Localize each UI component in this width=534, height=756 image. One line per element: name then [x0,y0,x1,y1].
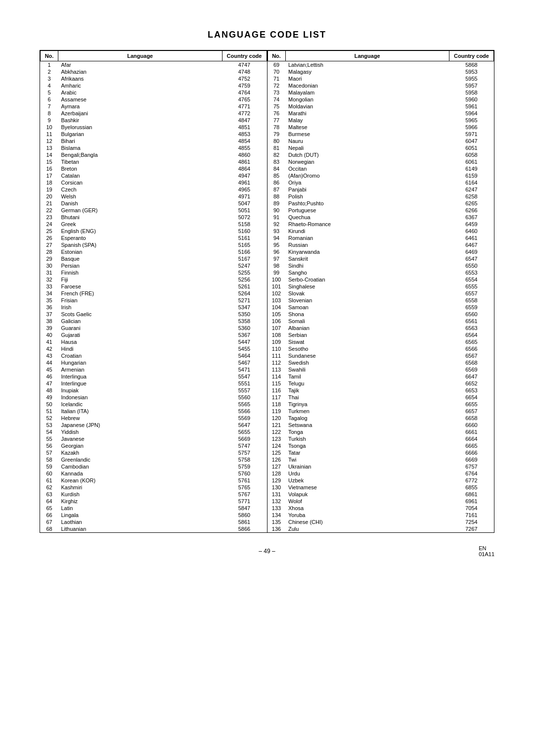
table-row: 15Tibetan4861 [41,158,267,165]
row-code: 5765 [222,484,267,491]
row-number: 30 [41,262,58,269]
table-row: 43Croatian5464 [41,352,267,359]
row-number: 124 [267,442,285,449]
row-language: Interlingua [58,373,222,380]
table-row: 14Bengali;Bangla4860 [41,151,267,158]
table-row: 53Japanese (JPN)5647 [41,422,267,428]
row-language: Siswat [285,338,449,345]
table-row: 129Uzbek6772 [267,477,494,484]
table-row: 52Hebrew5569 [41,415,267,422]
row-code: 6547 [449,255,494,262]
row-language: Rhaeto-Romance [285,221,449,228]
row-language: Kirundi [285,228,449,235]
row-language: Kirghiz [58,498,222,505]
row-code: 5961 [449,103,494,110]
row-number: 1 [41,61,58,69]
row-language: Urdu [285,470,449,477]
footer: – 49 – EN 01A11 [40,548,494,555]
table-row: 93Kirundi6460 [267,228,494,235]
row-language: Marathi [285,110,449,117]
table-row: 48Inupiak5557 [41,387,267,394]
row-language: Bihari [58,138,222,144]
table-row: 55Javanese5669 [41,435,267,442]
table-row: 75Moldavian5961 [267,103,494,110]
row-number: 22 [41,207,58,214]
row-number: 45 [41,366,58,373]
row-code: 6469 [449,248,494,255]
table-row: 31Finnish5255 [41,269,267,276]
row-language: Malagasy [285,68,449,75]
table-row: 113Swahili6569 [267,366,494,373]
table-row: 38Galician5358 [41,318,267,325]
row-number: 19 [41,186,58,193]
row-code: 5167 [222,255,267,262]
row-language: Chinese (CHI) [285,519,449,525]
row-code: 5953 [449,68,494,75]
table-row: 18Corsican4961 [41,179,267,186]
row-language: Bhutani [58,214,222,221]
row-language: Persian [58,262,222,269]
row-language: Xhosa [285,505,449,512]
table-row: 41Hausa5447 [41,338,267,345]
row-code: 4765 [222,96,267,103]
table-row: 54Yiddish5655 [41,428,267,435]
row-language: Slovak [285,290,449,297]
row-number: 52 [41,415,58,422]
table-row: 82Dutch (DUT)6058 [267,151,494,158]
row-number: 62 [41,484,58,491]
row-language: Tatar [285,449,449,456]
row-number: 47 [41,380,58,387]
row-number: 123 [267,435,285,442]
row-language: Bashkir [58,117,222,124]
row-code: 5669 [222,435,267,442]
table-row: 134Yoruba7161 [267,512,494,519]
row-language: English (ENG) [58,228,222,235]
left-table-wrapper: No. Language Country code 1Afar47472Abkh… [40,50,267,532]
row-language: Russian [285,241,449,248]
row-number: 37 [41,311,58,318]
row-code: 6654 [449,394,494,401]
table-row: 118Tigrinya6655 [267,401,494,408]
row-language: Hausa [58,338,222,345]
row-number: 109 [267,338,285,345]
table-row: 27Spanish (SPA)5165 [41,241,267,248]
table-row: 36Irish5347 [41,304,267,311]
row-code: 4861 [222,158,267,165]
row-code: 4759 [222,82,267,89]
right-col-no: No. [267,51,285,61]
row-code: 6550 [449,262,494,269]
row-number: 3 [41,75,58,82]
table-row: 73Malayalam5958 [267,89,494,96]
row-language: Hindi [58,345,222,352]
row-language: Kurdish [58,491,222,498]
table-row: 94Romanian6461 [267,235,494,241]
table-row: 130Vietnamese6855 [267,484,494,491]
row-code: 6266 [449,207,494,214]
table-row: 103Slovenian6558 [267,297,494,304]
row-number: 14 [41,151,58,158]
row-language: Nepali [285,144,449,151]
row-code: 5467 [222,359,267,366]
row-number: 122 [267,428,285,435]
row-language: Greenlandic [58,456,222,463]
table-row: 125Tatar6666 [267,449,494,456]
row-number: 113 [267,366,285,373]
row-number: 15 [41,158,58,165]
table-row: 80Nauru6047 [267,138,494,144]
table-row: 117Thai6654 [267,394,494,401]
table-row: 65Latin5847 [41,505,267,512]
row-number: 114 [267,373,285,380]
table-row: 45Armenian5471 [41,366,267,373]
row-number: 132 [267,498,285,505]
row-number: 116 [267,387,285,394]
row-language: Romanian [285,235,449,241]
row-number: 66 [41,512,58,519]
table-row: 83Norwegian6061 [267,158,494,165]
row-code: 5757 [222,449,267,456]
row-language: Afrikaans [58,75,222,82]
row-number: 134 [267,512,285,519]
row-code: 5958 [449,89,494,96]
table-row: 26Esperanto5161 [41,235,267,241]
row-language: Greek [58,221,222,228]
row-language: Faroese [58,283,222,290]
